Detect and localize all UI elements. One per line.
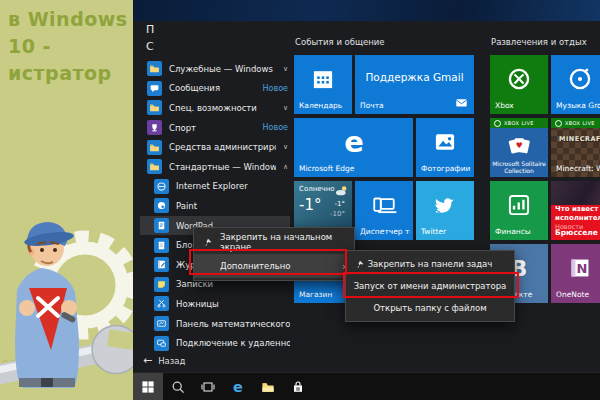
tile-onenote[interactable]: NOneNote [551, 244, 600, 303]
tile-музыка-gro[interactable]: Музыка Gro [551, 55, 600, 114]
chevron-down-icon[interactable]: ∨ [283, 65, 288, 73]
tile-почта[interactable]: Поддержка GmailПочта [355, 55, 474, 114]
tile-label: Диспетчер те... [360, 227, 410, 236]
task-view-button[interactable] [193, 373, 223, 400]
tile-финансы[interactable]: Финансы [490, 181, 548, 240]
back-button[interactable]: ← Назад [143, 354, 185, 367]
menu-item-2[interactable]: Открыть папку с файлом [346, 297, 514, 319]
tile-group-title[interactable]: Развлечения и отдых [491, 37, 587, 47]
minecraft-logo: MINECRAF [551, 135, 600, 143]
app-list-item[interactable]: СпортНовое [140, 118, 290, 138]
chevron-down-icon[interactable]: ∨ [283, 104, 288, 112]
svg-text:e: e [233, 379, 243, 395]
tile-twitter[interactable]: Twitter [416, 181, 474, 240]
svg-text:♥: ♥ [516, 140, 523, 149]
app-label: Спец. возможности [169, 103, 276, 113]
branding-title: в Windows 10 - истратор [8, 6, 133, 87]
app-list-item[interactable]: Paint [140, 196, 290, 216]
app-list-item[interactable]: Панель математического ввода [140, 314, 290, 334]
win-logo-icon [140, 379, 156, 395]
app-list-item[interactable]: Подключение к удаленному р... [140, 333, 290, 353]
taskview-icon [200, 379, 216, 395]
file-explorer-button[interactable] [253, 373, 283, 400]
tile-minecraft-w[interactable]: XBOX LIVEMINECRAFMinecraft: W [551, 118, 600, 177]
tile-label: Фотографии [421, 164, 471, 173]
edge-icon: e [338, 126, 370, 158]
weather-icon [334, 184, 349, 199]
svg-text:e: e [344, 126, 364, 158]
app-list-item[interactable]: СообщенияНовое [140, 79, 290, 99]
new-badge: Новое [263, 84, 288, 93]
news-image [551, 181, 600, 205]
app-list-item[interactable]: Служебные — Windows∨ [140, 59, 290, 79]
mail-preview-text: Поддержка Gmail [355, 71, 474, 83]
app-section-letter[interactable]: С [146, 40, 154, 53]
screen: П С События и общениеКалендарьПоддержка … [0, 0, 600, 400]
app-label: Подключение к удаленному р... [176, 338, 290, 348]
app-label: Панель математического ввода [176, 319, 290, 329]
folder-icon [149, 63, 160, 74]
tile-фотографии[interactable]: Фотографии [416, 118, 474, 177]
search-button[interactable] [163, 373, 193, 400]
app-list-item[interactable]: Internet Explorer [140, 177, 290, 197]
tile-label: OneNote [556, 290, 600, 299]
scissors-icon [156, 298, 167, 309]
back-arrow-icon: ← [143, 354, 152, 367]
tile-label: Магазин [299, 290, 349, 299]
app-label: Спорт [169, 123, 256, 133]
tile-label: Календарь [299, 101, 349, 110]
tile-новости[interactable]: Что известисполнителНовостиБрюсселе [551, 181, 600, 240]
app-list: Служебные — Windows∨СообщенияНовоеСпец. … [140, 59, 290, 353]
annotation-box-advanced [189, 249, 347, 275]
start-button[interactable] [133, 373, 163, 400]
svg-text:N: N [577, 261, 588, 276]
chevron-down-icon[interactable]: ∨ [283, 143, 288, 151]
photos-icon [432, 129, 458, 155]
store-button[interactable] [283, 373, 313, 400]
edge-button[interactable]: e [223, 373, 253, 400]
pin-icon [202, 237, 213, 248]
back-label: Назад [158, 356, 185, 366]
app-section-letter[interactable]: П [146, 23, 154, 36]
search-icon [170, 379, 186, 395]
tile-label: Twitter [421, 227, 471, 236]
app-list-item[interactable]: Ножницы [140, 294, 290, 314]
app-label: Сообщения [169, 83, 256, 93]
cards-icon: ♥ [506, 132, 532, 158]
app-list-item[interactable]: Средства администрирован...∨ [140, 137, 290, 157]
tile-group-title[interactable]: События и общение [295, 37, 385, 47]
xbox-live-icon [555, 120, 562, 127]
mathinput-icon [156, 318, 167, 329]
weather-high: -1° [335, 200, 345, 208]
weather-condition: Солнечно [299, 185, 335, 193]
xbox-live-label: XBOX LIVE [565, 120, 595, 126]
folder-icon [149, 142, 160, 153]
edge-taskbar-icon: e [230, 379, 246, 395]
tile-microsoft-solitaire-collection[interactable]: XBOX LIVE♥Microsoft Solitaire Collection [490, 118, 548, 177]
groove-icon [567, 66, 593, 92]
tile-label: Xbox [495, 101, 545, 110]
tile-microsoft-edge[interactable]: eMicrosoft Edge [294, 118, 413, 177]
finance-icon [506, 192, 532, 218]
news-headline-line: Брюсселе [555, 228, 598, 237]
devices-icon [371, 192, 397, 218]
new-badge: Новое [263, 123, 288, 132]
news-headline-line: исполнител [555, 214, 600, 222]
tile-xbox[interactable]: Xbox [490, 55, 548, 114]
app-label: Internet Explorer [176, 181, 290, 191]
chevron-up-icon[interactable]: ∧ [283, 163, 288, 171]
tile-label: Финансы [495, 227, 545, 236]
mascot-illustration [0, 210, 133, 400]
app-list-item[interactable]: Спец. возможности∨ [140, 98, 290, 118]
tile-label: Microsoft Solitaire Collection [492, 160, 546, 174]
tile-диспетчер-те-[interactable]: Диспетчер те... [355, 181, 413, 240]
store-icon [290, 379, 306, 395]
app-label: Ножницы [176, 299, 290, 309]
tile-календарь[interactable]: Календарь [294, 55, 352, 114]
app-list-item[interactable]: Стандартные — Windows∧ [140, 157, 290, 177]
explorer-icon [260, 379, 276, 395]
rdp-icon [156, 338, 167, 349]
xbox-icon [506, 66, 532, 92]
ie-icon [156, 181, 167, 192]
folder-icon [149, 161, 160, 172]
